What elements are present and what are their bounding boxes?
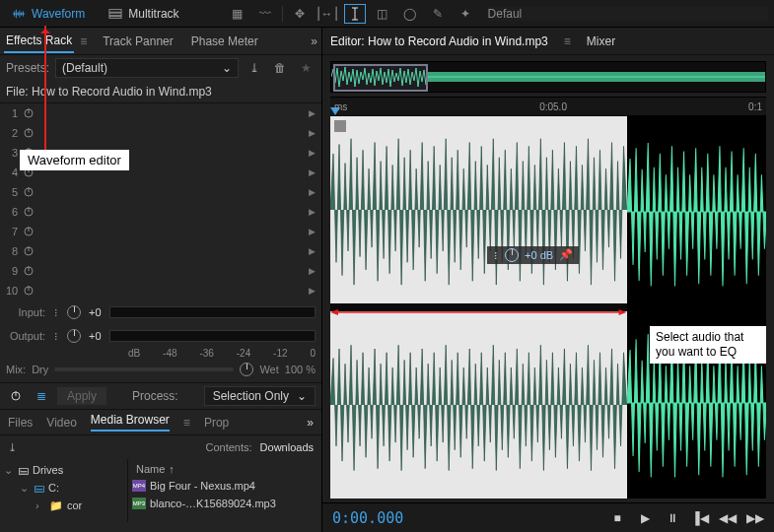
slot-menu-icon[interactable]: ▶ — [309, 148, 316, 158]
brush-tool-icon[interactable]: ✎ — [427, 4, 449, 24]
effect-slot[interactable]: 9▶ — [0, 261, 321, 281]
slot-menu-icon[interactable]: ▶ — [309, 246, 316, 256]
time-selection-tool-icon[interactable] — [344, 4, 366, 24]
channel-options-icon[interactable] — [334, 120, 346, 132]
move-tool-icon[interactable]: ✥ — [289, 4, 311, 24]
annotation-selection-arrow — [330, 309, 627, 315]
waveform-right-channel[interactable] — [330, 311, 627, 499]
fast-forward-button[interactable]: ▶▶ — [746, 511, 764, 525]
hud-pin-icon[interactable]: 📌 — [559, 248, 573, 261]
power-icon[interactable] — [22, 244, 35, 258]
save-preset-icon[interactable]: ⤓ — [245, 58, 264, 78]
slot-menu-icon[interactable]: ▶ — [309, 108, 316, 118]
multitrack-mode-button[interactable]: Multitrack — [103, 5, 184, 23]
heal-tool-icon[interactable]: ✦ — [455, 4, 476, 24]
slot-menu-icon[interactable]: ▶ — [309, 128, 316, 138]
browser-file[interactable]: MP3blanco-…K15689024.mp3 — [132, 495, 317, 512]
effect-slot[interactable]: 10▶ — [0, 281, 321, 300]
marquee-tool-icon[interactable]: ◫ — [372, 4, 393, 24]
effect-slot[interactable]: 6▶ — [0, 202, 321, 222]
slot-menu-icon[interactable]: ▶ — [309, 187, 316, 197]
panel-menu-icon[interactable]: ≡ — [80, 34, 87, 48]
workspace-label[interactable]: Defaul — [488, 7, 768, 21]
browser-file[interactable]: MP4Big Four - Nexus.mp4 — [132, 477, 317, 495]
rewind-button[interactable]: ◀◀ — [719, 511, 737, 525]
apply-button[interactable]: Apply — [57, 387, 106, 405]
tree-c-drive[interactable]: ⌄🖴C: — [20, 479, 123, 497]
tree-drives[interactable]: ⌄🖴Drives — [4, 461, 123, 479]
tab-mixer[interactable]: Mixer — [587, 34, 615, 48]
drive-icon: 🖴 — [34, 482, 44, 494]
unselected-region[interactable] — [627, 116, 766, 499]
waveform-display[interactable]: ⫶ +0 dB 📌 Select audio that you want to … — [330, 116, 766, 499]
tab-track-panner[interactable]: Track Panner — [101, 31, 176, 52]
effect-slot[interactable]: 8▶ — [0, 241, 321, 261]
panel-menu-icon[interactable]: ≡ — [564, 34, 571, 48]
overview-selection-handle[interactable] — [333, 64, 428, 92]
slot-menu-icon[interactable]: ▶ — [309, 207, 316, 217]
power-icon[interactable] — [22, 146, 35, 160]
import-icon[interactable]: ⤓ — [8, 441, 17, 454]
effect-slot[interactable]: 7▶ — [0, 222, 321, 241]
column-header-name[interactable]: Name↑ — [132, 461, 317, 477]
overview-waveform[interactable] — [330, 61, 766, 93]
svg-marker-31 — [330, 309, 338, 315]
power-icon[interactable] — [22, 185, 35, 199]
power-icon[interactable] — [22, 225, 35, 238]
goto-start-button[interactable]: ▐◀ — [691, 511, 709, 525]
slot-menu-icon[interactable]: ▶ — [309, 167, 316, 177]
slot-menu-icon[interactable]: ▶ — [309, 266, 316, 276]
time-ruler[interactable]: ms 0:05.0 0:1 — [330, 97, 766, 116]
expand-panels-icon[interactable]: » — [311, 34, 317, 48]
play-button[interactable]: ▶ — [636, 511, 654, 525]
mix-slider[interactable] — [54, 367, 234, 371]
pause-button[interactable]: ⏸ — [664, 511, 681, 525]
delete-preset-icon[interactable]: 🗑 — [270, 58, 290, 78]
razor-tool-icon[interactable]: ⎮↔⎮ — [317, 4, 338, 24]
mix-dry-label: Dry — [32, 364, 48, 375]
effect-slot[interactable]: 1▶ — [0, 103, 321, 123]
slot-menu-icon[interactable]: ▶ — [309, 227, 316, 236]
expand-panels-icon[interactable]: » — [307, 416, 314, 430]
timecode-display[interactable]: 0:00.000 — [332, 509, 403, 527]
input-gain-knob[interactable] — [67, 305, 81, 319]
output-gain-knob[interactable] — [67, 329, 81, 343]
favorite-icon[interactable]: ★ — [296, 58, 316, 78]
waveform-mode-button[interactable]: Waveform — [6, 5, 91, 23]
rack-list-icon[interactable]: ≣ — [32, 386, 51, 406]
presets-dropdown[interactable]: (Default) ⌄ — [55, 58, 239, 78]
rack-power-icon[interactable] — [6, 386, 26, 406]
tab-media-browser[interactable]: Media Browser — [91, 413, 170, 432]
tab-video[interactable]: Video — [46, 416, 76, 430]
tab-properties[interactable]: Prop — [204, 416, 229, 430]
lasso-tool-icon[interactable]: ◯ — [399, 4, 421, 24]
spectral-display-icon[interactable]: ▦ — [227, 4, 248, 24]
mp4-file-icon: MP4 — [132, 480, 146, 492]
power-icon[interactable] — [22, 126, 35, 140]
tab-phase-meter[interactable]: Phase Meter — [189, 31, 260, 52]
power-icon[interactable] — [22, 264, 35, 278]
effect-slot[interactable]: 5▶ — [0, 182, 321, 202]
power-icon[interactable] — [22, 284, 35, 298]
waveform-left-channel[interactable] — [330, 116, 627, 303]
tab-editor[interactable]: Editor: How to Record Audio in Wind.mp3 — [330, 34, 548, 48]
power-icon[interactable] — [22, 106, 35, 120]
hud-gain-knob[interactable] — [505, 248, 519, 262]
tab-files[interactable]: Files — [8, 416, 33, 430]
power-icon[interactable] — [22, 166, 35, 179]
slot-menu-icon[interactable]: ▶ — [309, 286, 316, 296]
hud-gain-control[interactable]: ⫶ +0 dB 📌 — [487, 246, 579, 264]
output-meter-icon: ⫶ — [53, 330, 59, 342]
effect-slot[interactable]: 2▶ — [0, 123, 321, 143]
mix-knob[interactable] — [240, 363, 253, 376]
panel-menu-icon[interactable]: ≡ — [183, 416, 190, 430]
effect-slot[interactable]: 3▶ — [0, 143, 321, 163]
pitch-display-icon[interactable]: 〰 — [254, 4, 276, 24]
process-dropdown[interactable]: Selection Only ⌄ — [204, 386, 316, 406]
stop-button[interactable]: ■ — [608, 511, 626, 525]
tree-folder[interactable]: ›📁cor — [35, 497, 123, 514]
power-icon[interactable] — [22, 205, 35, 219]
effect-slot[interactable]: 4▶ — [0, 163, 321, 182]
annotation-select-eq: Select audio that you want to EQ — [650, 326, 766, 364]
tab-effects-rack[interactable]: Effects Rack — [4, 30, 74, 53]
